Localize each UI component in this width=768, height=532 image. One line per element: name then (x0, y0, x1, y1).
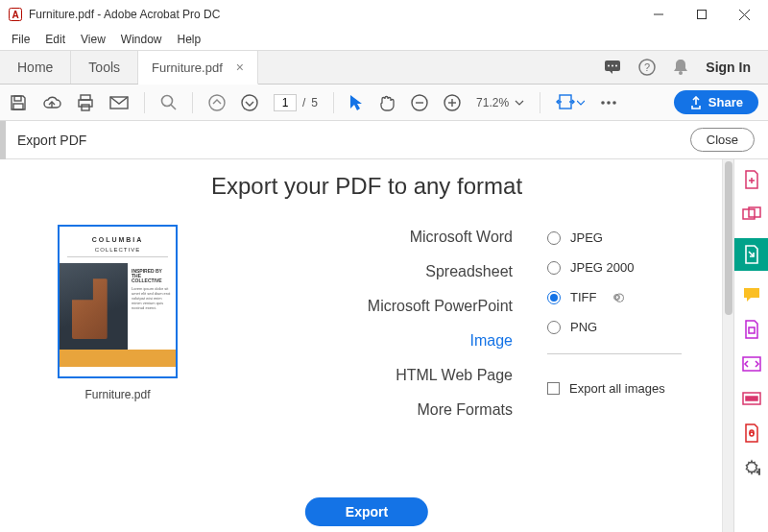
divider (547, 353, 682, 354)
window-title: Furniture.pdf - Adobe Acrobat Pro DC (29, 8, 220, 21)
page-current-input[interactable] (274, 94, 297, 111)
fit-width-icon[interactable] (556, 94, 585, 111)
svg-rect-18 (79, 100, 92, 107)
svg-rect-17 (81, 95, 90, 100)
hand-tool-icon[interactable] (378, 94, 396, 111)
svg-point-9 (612, 65, 613, 67)
tool-combine-icon[interactable] (741, 204, 762, 225)
save-icon[interactable] (10, 94, 27, 111)
tab-tools[interactable]: Tools (71, 51, 138, 84)
svg-rect-15 (13, 104, 23, 109)
document-thumbnail[interactable]: COLUMBIA COLLECTIVE INSPIRED BY THE COLL… (58, 225, 178, 378)
zoom-in-icon[interactable] (444, 94, 461, 111)
format-powerpoint[interactable]: Microsoft PowerPoint (368, 298, 513, 315)
select-tool-icon[interactable] (349, 94, 363, 111)
tool-redact-icon[interactable] (741, 388, 762, 409)
mail-icon[interactable] (109, 96, 129, 109)
tab-document[interactable]: Furniture.pdf × (138, 51, 258, 85)
export-subbar: Export PDF Close (0, 121, 768, 159)
svg-rect-3 (697, 11, 706, 19)
svg-text:A: A (12, 10, 18, 20)
format-image[interactable]: Image (368, 332, 513, 350)
svg-point-23 (209, 95, 225, 110)
svg-rect-19 (82, 105, 89, 110)
tool-compress-icon[interactable] (741, 353, 762, 375)
option-jpeg2000[interactable]: JPEG 2000 (547, 260, 714, 275)
share-button[interactable]: Share (674, 90, 758, 114)
option-tiff[interactable]: TIFF (547, 290, 714, 304)
format-spreadsheet[interactable]: Spreadsheet (368, 263, 513, 280)
format-word[interactable]: Microsoft Word (368, 229, 513, 246)
maximize-button[interactable] (680, 1, 723, 28)
thumbnail-image (60, 263, 128, 350)
print-icon[interactable] (77, 94, 94, 111)
close-window-button[interactable] (723, 1, 766, 28)
zoom-level[interactable]: 71.2% (476, 96, 524, 109)
separator (540, 92, 540, 113)
sign-in-button[interactable]: Sign In (706, 60, 751, 75)
zoom-out-icon[interactable] (411, 94, 428, 111)
format-html[interactable]: HTML Web Page (368, 367, 513, 384)
svg-text:?: ? (644, 61, 650, 73)
search-icon[interactable] (160, 94, 177, 110)
export-panel: Export your PDF to any format COLUMBIA C… (0, 159, 733, 532)
svg-point-8 (608, 65, 610, 67)
toolbar: / 5 71.2% Share (0, 85, 768, 121)
svg-point-21 (162, 96, 173, 107)
tool-create-pdf-icon[interactable] (741, 169, 762, 190)
app-icon: A (8, 7, 23, 22)
tool-organize-icon[interactable] (741, 319, 762, 340)
svg-marker-25 (350, 95, 362, 110)
svg-rect-14 (14, 96, 21, 101)
help-icon[interactable]: ? (638, 59, 656, 76)
tab-close-icon[interactable]: × (236, 60, 244, 75)
svg-point-34 (601, 101, 605, 105)
svg-text:+: + (756, 467, 760, 476)
scrollbar-thumb[interactable] (725, 161, 732, 315)
separator (192, 92, 193, 113)
thumbnail-label: Furniture.pdf (84, 388, 150, 401)
more-tools-icon[interactable] (600, 100, 617, 106)
tab-bar: Home Tools Furniture.pdf × ? Sign In (0, 50, 768, 85)
menu-bar: File Edit View Window Help (0, 29, 768, 50)
tool-protect-icon[interactable] (741, 423, 762, 444)
svg-rect-47 (746, 397, 757, 400)
right-tools-rail: + (733, 159, 768, 532)
page-down-icon[interactable] (241, 94, 258, 111)
svg-point-24 (242, 95, 257, 110)
title-bar: A Furniture.pdf - Adobe Acrobat Pro DC (0, 0, 768, 29)
svg-point-13 (679, 71, 683, 75)
scrollbar[interactable] (722, 159, 733, 532)
menu-file[interactable]: File (4, 31, 37, 48)
page-up-icon[interactable] (208, 94, 226, 111)
export-pdf-label: Export PDF (17, 133, 86, 148)
tab-home[interactable]: Home (0, 51, 71, 84)
menu-window[interactable]: Window (113, 31, 170, 48)
notifications-icon[interactable] (673, 59, 688, 76)
tool-export-pdf-icon[interactable] (734, 238, 769, 271)
tool-comment-icon[interactable] (741, 284, 762, 305)
drag-handle[interactable] (0, 121, 6, 159)
option-jpeg[interactable]: JPEG (547, 230, 714, 245)
menu-edit[interactable]: Edit (37, 31, 73, 48)
svg-point-36 (612, 101, 616, 105)
tool-more-icon[interactable]: + (741, 457, 762, 478)
minimize-button[interactable] (636, 1, 680, 28)
svg-point-35 (607, 101, 611, 105)
format-more[interactable]: More Formats (368, 401, 513, 419)
export-heading: Export your PDF to any format (0, 173, 733, 200)
separator (333, 92, 334, 113)
svg-rect-44 (749, 327, 755, 333)
svg-point-10 (615, 65, 617, 67)
chat-icon[interactable] (604, 59, 621, 76)
menu-help[interactable]: Help (170, 31, 209, 48)
gear-icon[interactable] (610, 290, 624, 304)
cloud-icon[interactable] (42, 95, 61, 110)
export-button[interactable]: Export (305, 497, 428, 526)
export-all-checkbox[interactable]: Export all images (547, 381, 714, 396)
separator (144, 92, 145, 113)
menu-view[interactable]: View (73, 31, 113, 48)
svg-line-22 (171, 105, 176, 109)
option-png[interactable]: PNG (547, 320, 714, 334)
close-panel-button[interactable]: Close (690, 128, 755, 152)
